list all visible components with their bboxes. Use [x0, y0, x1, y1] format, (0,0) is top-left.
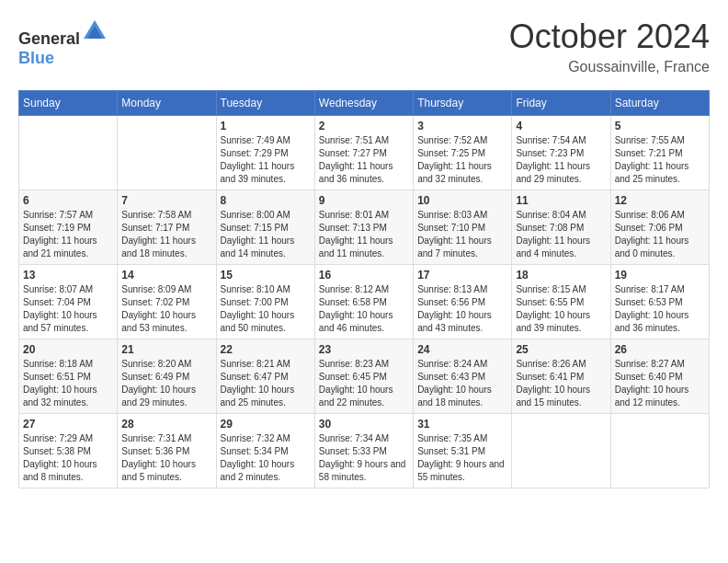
sunrise-text: Sunrise: 7:55 AM	[615, 135, 685, 145]
sunrise-text: Sunrise: 8:13 AM	[417, 284, 487, 294]
calendar-cell: 26Sunrise: 8:27 AMSunset: 6:40 PMDayligh…	[610, 339, 709, 413]
daylight-text: Daylight: 11 hours and 4 minutes.	[516, 236, 590, 259]
cell-content: Sunrise: 8:21 AMSunset: 6:47 PMDaylight:…	[221, 358, 311, 409]
cell-content: Sunrise: 7:52 AMSunset: 7:25 PMDaylight:…	[417, 134, 507, 186]
sunset-text: Sunset: 7:04 PM	[23, 297, 91, 307]
calendar-cell: 9Sunrise: 8:01 AMSunset: 7:13 PMDaylight…	[314, 190, 413, 264]
cell-content: Sunrise: 7:35 AMSunset: 5:31 PMDaylight:…	[417, 432, 507, 484]
cell-content: Sunrise: 7:55 AMSunset: 7:21 PMDaylight:…	[615, 134, 705, 186]
cell-content: Sunrise: 8:15 AMSunset: 6:55 PMDaylight:…	[516, 283, 606, 335]
calendar-cell: 14Sunrise: 8:09 AMSunset: 7:02 PMDayligh…	[118, 264, 216, 339]
daylight-text: Daylight: 11 hours and 29 minutes.	[516, 161, 590, 184]
calendar-cell: 30Sunrise: 7:34 AMSunset: 5:33 PMDayligh…	[314, 413, 413, 488]
daylight-text: Daylight: 10 hours and 22 minutes.	[319, 385, 393, 408]
sunrise-text: Sunrise: 8:23 AM	[319, 359, 389, 369]
sunrise-text: Sunrise: 8:06 AM	[615, 210, 685, 220]
day-number: 26	[615, 343, 705, 356]
daylight-text: Daylight: 10 hours and 53 minutes.	[121, 310, 196, 333]
day-number: 7	[121, 194, 211, 207]
sunset-text: Sunset: 6:53 PM	[615, 297, 683, 307]
cell-content: Sunrise: 7:31 AMSunset: 5:36 PMDaylight:…	[121, 432, 211, 484]
sunset-text: Sunset: 6:51 PM	[23, 372, 91, 382]
sunrise-text: Sunrise: 7:57 AM	[23, 210, 93, 220]
sunset-text: Sunset: 6:55 PM	[516, 297, 584, 307]
day-number: 31	[417, 418, 507, 431]
location-title: Goussainville, France	[509, 59, 710, 75]
sunset-text: Sunset: 6:56 PM	[417, 297, 485, 307]
calendar-header-row: SundayMondayTuesdayWednesdayThursdayFrid…	[19, 90, 710, 115]
cell-content: Sunrise: 8:20 AMSunset: 6:49 PMDaylight:…	[121, 358, 211, 409]
calendar-cell: 5Sunrise: 7:55 AMSunset: 7:21 PMDaylight…	[610, 115, 709, 190]
day-number: 25	[516, 343, 606, 356]
sunrise-text: Sunrise: 7:49 AM	[221, 135, 290, 145]
cell-content: Sunrise: 8:27 AMSunset: 6:40 PMDaylight:…	[615, 358, 705, 409]
sunset-text: Sunset: 5:34 PM	[221, 446, 289, 456]
day-number: 20	[23, 343, 113, 356]
day-number: 4	[516, 120, 606, 132]
calendar-cell: 10Sunrise: 8:03 AMSunset: 7:10 PMDayligh…	[414, 190, 512, 264]
sunrise-text: Sunrise: 8:17 AM	[615, 284, 685, 294]
cell-content: Sunrise: 7:54 AMSunset: 7:23 PMDaylight:…	[516, 134, 606, 186]
daylight-text: Daylight: 10 hours and 5 minutes.	[121, 459, 196, 482]
calendar-cell: 12Sunrise: 8:06 AMSunset: 7:06 PMDayligh…	[610, 190, 709, 264]
sunset-text: Sunset: 6:41 PM	[516, 372, 584, 382]
logo-blue-text: Blue	[18, 49, 54, 67]
sunrise-text: Sunrise: 7:31 AM	[121, 433, 191, 443]
day-of-week-header-saturday: Saturday	[610, 90, 709, 115]
calendar-cell: 28Sunrise: 7:31 AMSunset: 5:36 PMDayligh…	[118, 413, 216, 488]
cell-content: Sunrise: 8:23 AMSunset: 6:45 PMDaylight:…	[319, 358, 409, 409]
cell-content: Sunrise: 7:29 AMSunset: 5:38 PMDaylight:…	[23, 432, 113, 484]
sunrise-text: Sunrise: 8:09 AM	[121, 284, 191, 294]
day-number: 3	[417, 120, 507, 132]
calendar-cell	[512, 413, 610, 488]
sunset-text: Sunset: 5:38 PM	[23, 446, 91, 456]
day-number: 10	[417, 194, 507, 207]
sunrise-text: Sunrise: 8:27 AM	[615, 359, 685, 369]
sunset-text: Sunset: 7:02 PM	[121, 297, 189, 307]
calendar-week-row: 1Sunrise: 7:49 AMSunset: 7:29 PMDaylight…	[19, 115, 710, 190]
sunset-text: Sunset: 6:58 PM	[319, 297, 387, 307]
sunset-text: Sunset: 6:45 PM	[319, 372, 387, 382]
sunset-text: Sunset: 7:10 PM	[417, 223, 485, 233]
sunset-text: Sunset: 7:27 PM	[319, 148, 387, 158]
daylight-text: Daylight: 11 hours and 18 minutes.	[121, 236, 196, 259]
day-of-week-header-thursday: Thursday	[414, 90, 512, 115]
cell-content: Sunrise: 7:51 AMSunset: 7:27 PMDaylight:…	[319, 134, 409, 186]
cell-content: Sunrise: 8:10 AMSunset: 7:00 PMDaylight:…	[221, 283, 311, 335]
cell-content: Sunrise: 8:18 AMSunset: 6:51 PMDaylight:…	[23, 358, 113, 409]
daylight-text: Daylight: 10 hours and 43 minutes.	[417, 310, 492, 333]
calendar-cell: 8Sunrise: 8:00 AMSunset: 7:15 PMDaylight…	[216, 190, 314, 264]
day-number: 23	[319, 343, 409, 356]
sunset-text: Sunset: 5:31 PM	[417, 446, 485, 456]
calendar-cell: 2Sunrise: 7:51 AMSunset: 7:27 PMDaylight…	[314, 115, 413, 190]
cell-content: Sunrise: 8:07 AMSunset: 7:04 PMDaylight:…	[23, 283, 113, 335]
sunrise-text: Sunrise: 7:58 AM	[121, 210, 191, 220]
daylight-text: Daylight: 10 hours and 2 minutes.	[221, 459, 295, 482]
sunrise-text: Sunrise: 8:20 AM	[121, 359, 191, 369]
day-of-week-header-sunday: Sunday	[19, 90, 118, 115]
daylight-text: Daylight: 11 hours and 14 minutes.	[221, 236, 295, 259]
day-of-week-header-tuesday: Tuesday	[216, 90, 314, 115]
sunset-text: Sunset: 7:25 PM	[417, 148, 485, 158]
day-number: 1	[221, 120, 311, 132]
calendar-cell: 6Sunrise: 7:57 AMSunset: 7:19 PMDaylight…	[19, 190, 118, 264]
day-number: 14	[121, 269, 211, 282]
calendar-cell	[118, 115, 216, 190]
sunset-text: Sunset: 7:15 PM	[221, 223, 289, 233]
sunset-text: Sunset: 7:21 PM	[615, 148, 683, 158]
day-number: 5	[615, 120, 705, 132]
day-number: 12	[615, 194, 705, 207]
calendar-cell	[610, 413, 709, 488]
cell-content: Sunrise: 8:01 AMSunset: 7:13 PMDaylight:…	[319, 209, 409, 260]
sunset-text: Sunset: 6:49 PM	[121, 372, 189, 382]
sunrise-text: Sunrise: 7:54 AM	[516, 135, 586, 145]
day-number: 18	[516, 269, 606, 282]
sunset-text: Sunset: 5:36 PM	[121, 446, 189, 456]
sunrise-text: Sunrise: 8:15 AM	[516, 284, 586, 294]
calendar-cell: 16Sunrise: 8:12 AMSunset: 6:58 PMDayligh…	[314, 264, 413, 339]
cell-content: Sunrise: 7:34 AMSunset: 5:33 PMDaylight:…	[319, 432, 409, 484]
cell-content: Sunrise: 7:32 AMSunset: 5:34 PMDaylight:…	[221, 432, 311, 484]
cell-content: Sunrise: 8:00 AMSunset: 7:15 PMDaylight:…	[221, 209, 311, 260]
sunset-text: Sunset: 6:43 PM	[417, 372, 485, 382]
day-number: 17	[417, 269, 507, 282]
